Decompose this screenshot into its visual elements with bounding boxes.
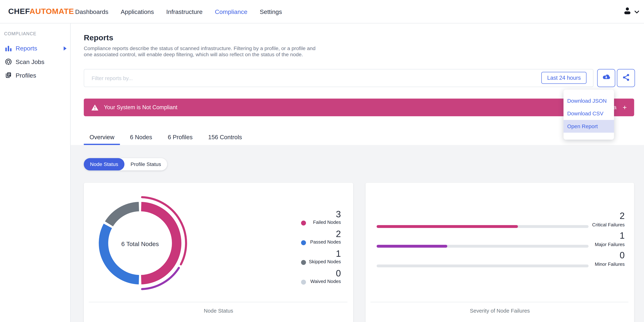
severity-footer: Severity of Node Failures xyxy=(366,308,634,314)
expand-arrow-icon[interactable] xyxy=(64,46,66,50)
filter-bar: Last 24 hours xyxy=(84,69,594,87)
page-description: Compliance reports describe the status o… xyxy=(84,46,316,58)
user-avatar-icon xyxy=(623,6,632,17)
sidebar-item-profiles[interactable]: Profiles xyxy=(0,68,70,82)
download-button[interactable] xyxy=(597,69,615,87)
report-tabs: Overview 6 Nodes 6 Profiles 156 Controls xyxy=(84,130,252,145)
legend-item-failed[interactable]: 3 Failed Nodes xyxy=(275,210,341,230)
warning-icon xyxy=(91,104,98,111)
skipped-dot-icon xyxy=(301,260,306,265)
menu-item-open-report[interactable]: Open Report xyxy=(564,120,614,132)
sidebar-section-label: COMPLIANCE xyxy=(4,31,70,36)
tab-overview[interactable]: Overview xyxy=(84,130,120,145)
logo-chef: CHEF xyxy=(8,7,30,16)
legend-item-waived[interactable]: 0 Waived Nodes xyxy=(275,269,341,289)
chef-automate-app: CHEFAUTOMATE Dashboards Applications Inf… xyxy=(0,0,644,322)
minor-label: Minor Failures xyxy=(595,262,625,266)
major-count: 1 xyxy=(620,231,625,240)
passed-count: 2 xyxy=(275,230,341,239)
legend-item-passed[interactable]: 2 Passed Nodes xyxy=(275,230,341,249)
passed-dot-icon xyxy=(301,240,306,245)
user-menu[interactable] xyxy=(623,6,639,17)
main-content: Reports Compliance reports describe the … xyxy=(71,23,644,322)
major-bar-fill xyxy=(377,245,447,248)
status-toggle: Node Status Profile Status xyxy=(84,158,167,170)
scan-icon xyxy=(5,58,12,66)
critical-bar-track xyxy=(377,225,589,228)
critical-label: Critical Failures xyxy=(592,222,625,227)
waived-count: 0 xyxy=(275,269,341,278)
sidebar-item-label: Scan Jobs xyxy=(16,58,44,66)
bar-chart-icon xyxy=(5,45,12,52)
compliance-banner: Your System is Not Compliant Report Meta… xyxy=(84,98,634,116)
card-divider xyxy=(89,302,348,302)
chevron-down-icon xyxy=(634,8,639,15)
sidebar-item-scan-jobs[interactable]: Scan Jobs xyxy=(0,55,70,68)
major-bar-track xyxy=(377,245,589,248)
severity-row-critical: 2 Critical Failures xyxy=(366,212,634,231)
sidebar-item-reports[interactable]: Reports xyxy=(0,42,70,55)
share-icon xyxy=(622,73,630,82)
node-status-legend: 3 Failed Nodes 2 Passed Nodes 1 Skipped … xyxy=(275,210,341,289)
nav-item-applications[interactable]: Applications xyxy=(121,8,154,15)
banner-message: Your System is Not Compliant xyxy=(104,104,177,110)
app-logo[interactable]: CHEFAUTOMATE xyxy=(8,7,74,16)
menu-item-download-json[interactable]: Download JSON xyxy=(564,94,614,107)
plus-icon[interactable]: + xyxy=(623,103,627,111)
profiles-icon xyxy=(5,72,12,79)
node-status-card: 6 Total Nodes 3 Failed Nodes 2 Passed No… xyxy=(84,183,353,322)
nav-item-dashboards[interactable]: Dashboards xyxy=(75,8,108,15)
main-nav: Dashboards Applications Infrastructure C… xyxy=(75,8,282,15)
critical-count: 2 xyxy=(620,212,625,220)
waived-dot-icon xyxy=(301,280,306,284)
top-nav: CHEFAUTOMATE Dashboards Applications Inf… xyxy=(0,0,644,23)
logo-automate: AUTOMATE xyxy=(30,7,74,16)
tab-controls[interactable]: 156 Controls xyxy=(202,130,248,145)
donut-center-label: 6 Total Nodes xyxy=(85,240,195,247)
nav-item-compliance[interactable]: Compliance xyxy=(215,8,248,15)
node-status-footer: Node Status xyxy=(84,308,353,314)
cloud-download-icon xyxy=(601,72,611,84)
share-button[interactable] xyxy=(617,69,635,87)
legend-item-skipped[interactable]: 1 Skipped Nodes xyxy=(275,249,341,269)
legend-label: Failed Nodes xyxy=(313,220,341,224)
time-range-button[interactable]: Last 24 hours xyxy=(541,72,586,84)
sidebar: COMPLIANCE Reports Scan Jobs xyxy=(0,23,71,322)
nav-item-settings[interactable]: Settings xyxy=(260,8,282,15)
filter-reports-input[interactable] xyxy=(91,74,593,82)
toggle-node-status[interactable]: Node Status xyxy=(84,158,124,170)
minor-count: 0 xyxy=(620,251,625,260)
tab-profiles[interactable]: 6 Profiles xyxy=(162,130,198,145)
critical-bar-fill xyxy=(377,225,518,228)
major-label: Major Failures xyxy=(595,242,625,247)
skipped-count: 1 xyxy=(275,249,341,258)
download-dropdown-menu: Download JSON Download CSV Open Report xyxy=(564,90,614,140)
legend-label: Waived Nodes xyxy=(310,279,341,284)
sidebar-item-label: Profiles xyxy=(16,72,36,79)
minor-bar-track xyxy=(377,264,589,268)
failed-count: 3 xyxy=(275,210,341,219)
legend-label: Passed Nodes xyxy=(310,240,341,244)
severity-row-major: 1 Major Failures xyxy=(366,231,634,251)
sidebar-item-label: Reports xyxy=(16,45,37,52)
severity-card: 2 Critical Failures 1 Major Failures 0 M… xyxy=(366,183,634,322)
menu-item-download-csv[interactable]: Download CSV xyxy=(564,107,614,120)
failed-dot-icon xyxy=(301,220,306,226)
nav-item-infrastructure[interactable]: Infrastructure xyxy=(166,8,202,15)
legend-label: Skipped Nodes xyxy=(309,259,341,264)
page-title: Reports xyxy=(84,33,113,42)
severity-row-minor: 0 Minor Failures xyxy=(366,251,634,271)
tab-nodes[interactable]: 6 Nodes xyxy=(124,130,158,145)
toggle-profile-status[interactable]: Profile Status xyxy=(124,158,167,170)
card-divider xyxy=(370,302,628,302)
